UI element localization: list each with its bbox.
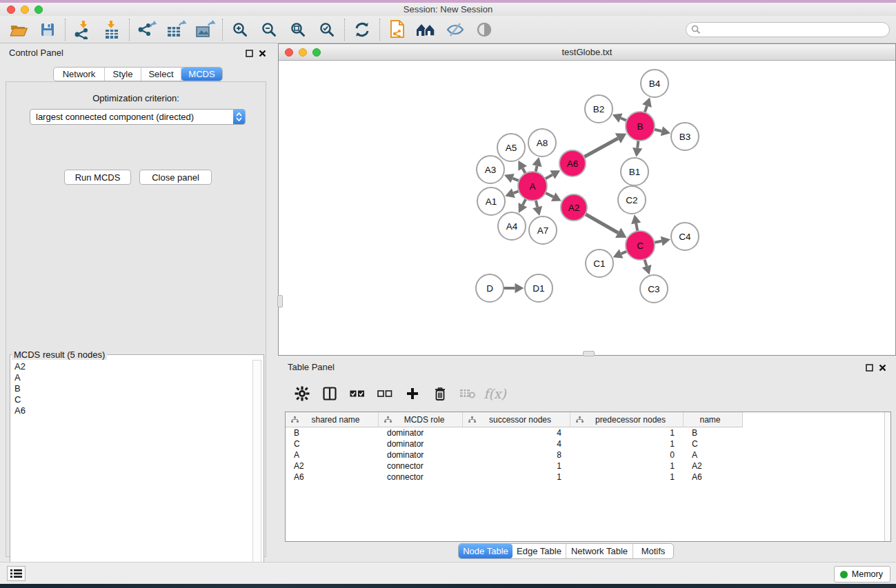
column-header-MCDS-role[interactable]: MCDS role — [379, 412, 463, 427]
export-network-icon[interactable] — [132, 18, 161, 41]
open-file-icon[interactable] — [4, 18, 33, 41]
task-history-button[interactable] — [7, 566, 26, 581]
node-table-header: shared nameMCDS rolesuccessor nodesprede… — [286, 412, 890, 427]
graph-node-A8[interactable]: A8 — [528, 129, 556, 156]
cell-predecessor-nodes: 1 — [570, 460, 684, 472]
float-panel-icon[interactable] — [244, 48, 254, 58]
float-table-panel-icon[interactable] — [864, 363, 874, 372]
table-scrollbar[interactable] — [884, 412, 890, 541]
node-table[interactable]: shared nameMCDS rolesuccessor nodesprede… — [285, 412, 891, 542]
mcds-result-item[interactable]: B — [14, 383, 250, 394]
table-tab-node-table[interactable]: Node Table — [459, 544, 512, 558]
table-row[interactable]: Adominator80A — [286, 449, 890, 460]
graph-node-B4[interactable]: B4 — [641, 70, 668, 97]
arrowhead-C-C4 — [661, 236, 670, 246]
graph-node-A7[interactable]: A7 — [529, 216, 557, 244]
graph-node-C4[interactable]: C4 — [671, 223, 699, 250]
result-scrollbar[interactable] — [252, 360, 261, 586]
criterion-dropdown[interactable]: largest connected component (directed) — [30, 109, 246, 125]
select-all-icon[interactable] — [346, 382, 368, 405]
network-view-titlebar[interactable]: testGlobe.txt — [279, 44, 895, 61]
function-builder-icon[interactable]: f(x) — [484, 382, 506, 405]
table-row[interactable]: Bdominator41B — [286, 427, 890, 438]
mcds-panel: Optimization criterion: largest connecte… — [6, 81, 266, 557]
mcds-result-item[interactable]: A6 — [14, 405, 250, 416]
table-settings-gear-icon[interactable] — [290, 382, 313, 405]
table-row[interactable]: A6connector11A6 — [286, 472, 890, 483]
graph-node-B[interactable]: B — [626, 112, 655, 141]
graph-node-A5[interactable]: A5 — [497, 134, 525, 161]
column-header-predecessor-nodes[interactable]: predecessor nodes — [570, 412, 684, 427]
zoom-selected-icon[interactable] — [312, 18, 341, 41]
table-row[interactable]: A2connector11A2 — [286, 460, 890, 472]
zoom-in-icon[interactable] — [226, 18, 255, 41]
close-table-panel-icon[interactable] — [877, 363, 887, 372]
hide-graphics-details-icon[interactable] — [441, 18, 470, 41]
table-row[interactable]: Cdominator41C — [286, 438, 890, 449]
show-column-panel-icon[interactable] — [318, 382, 341, 405]
table-tab-network-table[interactable]: Network Table — [566, 544, 633, 558]
graph-node-B1[interactable]: B1 — [621, 158, 648, 185]
edge-A2-C[interactable] — [585, 214, 619, 233]
cell-shared-name: A2 — [286, 460, 379, 472]
export-table-icon[interactable] — [161, 18, 190, 41]
column-header-name[interactable]: name — [684, 412, 743, 427]
graph-node-C3[interactable]: C3 — [640, 275, 668, 303]
cell-MCDS-role: dominator — [379, 427, 463, 438]
graph-node-A3[interactable]: A3 — [477, 156, 504, 183]
frame-left-grip[interactable] — [277, 295, 283, 307]
frame-bottom-grip[interactable] — [583, 351, 595, 356]
edge-A-A2[interactable] — [545, 192, 553, 196]
toolbar-separator — [129, 19, 130, 41]
mcds-result-list: A2ABCA6 — [10, 360, 250, 588]
search-input[interactable] — [686, 22, 890, 37]
column-header-shared-name[interactable]: shared name — [286, 412, 379, 427]
table-tab-motifs[interactable]: Motifs — [633, 544, 673, 558]
tab-select[interactable]: Select — [141, 68, 181, 81]
close-panel-button[interactable]: Close panel — [139, 170, 212, 185]
mcds-result-item[interactable]: A2 — [14, 361, 250, 372]
graph-node-D[interactable]: D — [476, 274, 504, 302]
zoom-out-icon[interactable] — [255, 18, 283, 41]
delete-table-icon[interactable] — [456, 382, 479, 405]
home-icon[interactable] — [412, 18, 441, 41]
network-canvas[interactable]: A5A8A3A1A4A7AA6A2BB2B4B3B1CC2C4C1C3DD1 — [279, 61, 895, 355]
memory-button[interactable]: Memory — [834, 566, 890, 582]
tab-style[interactable]: Style — [105, 68, 141, 81]
svg-text:B3: B3 — [679, 132, 691, 142]
refresh-icon[interactable] — [348, 18, 377, 41]
graph-node-A1[interactable]: A1 — [477, 187, 505, 215]
graph-node-C1[interactable]: C1 — [586, 250, 613, 277]
column-header-successor-nodes[interactable]: successor nodes — [463, 412, 570, 427]
run-mcds-button[interactable]: Run MCDS — [64, 170, 131, 185]
import-table-icon[interactable] — [97, 18, 126, 41]
close-panel-icon[interactable] — [257, 48, 267, 58]
graph-node-D1[interactable]: D1 — [525, 274, 552, 302]
network-graph[interactable]: A5A8A3A1A4A7AA6A2BB2B4B3B1CC2C4C1C3DD1 — [279, 61, 895, 355]
zoom-fit-icon[interactable] — [283, 18, 312, 41]
graph-node-A4[interactable]: A4 — [498, 212, 526, 240]
graph-node-A2[interactable]: A2 — [561, 194, 587, 221]
graph-node-A6[interactable]: A6 — [559, 150, 586, 176]
mcds-result-item[interactable]: C — [14, 394, 250, 405]
open-session-from-file-icon[interactable] — [383, 18, 412, 41]
edge-A6-B[interactable] — [584, 139, 618, 158]
table-tab-edge-table[interactable]: Edge Table — [512, 544, 566, 558]
delete-column-trash-icon[interactable] — [428, 382, 451, 405]
save-session-icon[interactable] — [33, 18, 62, 41]
graph-node-A[interactable]: A — [518, 172, 547, 201]
create-column-plus-icon[interactable] — [401, 382, 424, 405]
import-network-icon[interactable] — [68, 18, 97, 41]
export-image-icon[interactable] — [190, 18, 219, 41]
graph-node-B2[interactable]: B2 — [585, 95, 613, 123]
deselect-all-icon[interactable] — [373, 382, 396, 405]
show-graphics-details-icon[interactable] — [470, 18, 499, 41]
graph-node-C[interactable]: C — [626, 231, 655, 260]
mcds-result-item[interactable]: A — [14, 372, 250, 383]
search-field-wrap — [686, 22, 890, 37]
cell-successor-nodes: 4 — [463, 438, 570, 449]
tab-mcds[interactable]: MCDS — [181, 68, 222, 81]
graph-node-C2[interactable]: C2 — [618, 186, 646, 214]
tab-network[interactable]: Network — [54, 68, 105, 81]
graph-node-B3[interactable]: B3 — [671, 123, 699, 150]
